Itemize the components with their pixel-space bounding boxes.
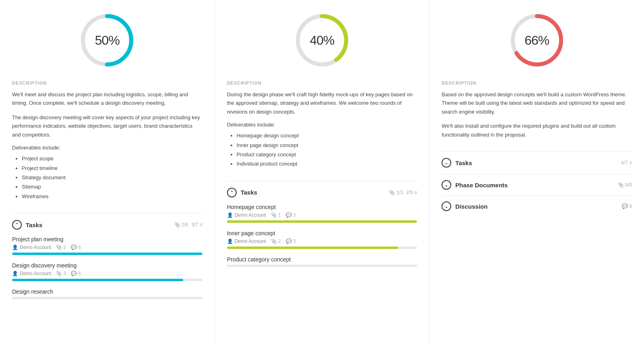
tasks-meta-attach-2: 📎 1/3: [389, 190, 403, 195]
chart-container-3: 66%: [442, 8, 632, 73]
person-icon: 👤: [227, 238, 233, 244]
deliverables-list-1: Project scopeProject timelineStrategy do…: [12, 154, 202, 201]
task-comments-2-2: 💬 3: [286, 238, 296, 244]
progress-bar-bg-2-1: [227, 220, 417, 223]
collapsible-left-3-2: ⌄Discussion: [442, 201, 487, 211]
task-comments-1-1: 💬 6: [71, 245, 81, 250]
description-para-1-2: The design discovery meeting will cover …: [12, 113, 202, 139]
tasks-meta-attach-1: 📎 2/6: [174, 222, 188, 228]
collapsible-meta-3-2: 💬 9: [622, 203, 632, 209]
table-row: Homepage concept👤 Demo Account📎 1💬 3: [227, 204, 417, 223]
collapsible-title-3-1: Phase Documents: [455, 182, 508, 189]
task-attachments-1-2: 📎 3: [56, 271, 66, 276]
description-para-3-2: We'll also install and configure the req…: [442, 122, 632, 139]
deliverables-list-2: Homepage design conceptInner page design…: [227, 131, 417, 169]
person-icon: 👤: [12, 271, 18, 276]
tasks-title-2: Tasks: [241, 189, 257, 196]
tasks-meta-1: 📎 2/63/7 ≡: [174, 222, 202, 228]
progress-bar-fill-1-1: [12, 253, 202, 255]
task-name-1-1[interactable]: Project plan meeting: [12, 236, 202, 243]
progress-bar-bg-1-3: [12, 297, 202, 299]
tasks-title-3: Tasks: [455, 160, 472, 166]
list-item: Product category concept: [237, 150, 417, 159]
description-para-2-1: During the design phase we'll craft high…: [227, 90, 417, 116]
tasks-header-3: ⌄Tasks4/7 ≡: [442, 158, 632, 168]
task-assignee-1-2: 👤 Demo Account: [12, 271, 51, 276]
task-attachments-1-1: 📎 2: [56, 245, 66, 250]
table-row: Project plan meeting👤 Demo Account📎 2💬 6: [12, 236, 202, 255]
task-assignee-2-2: 👤 Demo Account: [227, 238, 266, 244]
collapsible-toggle-3-2[interactable]: ⌄: [442, 201, 451, 211]
description-para-3-1: Based on the approved design concepts we…: [442, 90, 632, 116]
collapsible-title-3-2: Discussion: [455, 203, 487, 210]
chart-container-1: 50%: [12, 8, 202, 73]
list-item: Strategy document: [22, 173, 202, 182]
task-name-1-2[interactable]: Design discovery meeting: [12, 262, 202, 269]
percent-label-1: 50%: [95, 33, 120, 48]
deliverables-label-1: Deliverables include:: [12, 145, 202, 151]
task-comments-1-2: 💬 6: [71, 271, 81, 276]
tasks-header-1: ⌃Tasks📎 2/63/7 ≡: [12, 220, 202, 230]
list-item: Homepage design concept: [237, 131, 417, 140]
progress-bar-fill-2-2: [227, 247, 398, 249]
tasks-toggle-1[interactable]: ⌃: [12, 220, 22, 230]
progress-bar-bg-1-2: [12, 279, 202, 281]
tasks-header-left-1: ⌃Tasks: [12, 220, 42, 230]
percent-label-3: 66%: [524, 33, 549, 48]
list-item: Individual product concept: [237, 159, 417, 168]
description-label-1: DESCRIPTION: [12, 81, 202, 85]
progress-bar-fill-1-2: [12, 279, 183, 281]
tasks-section-1: ⌃Tasks📎 2/63/7 ≡Project plan meeting👤 De…: [12, 213, 202, 299]
tasks-header-left-3: ⌄Tasks: [442, 158, 472, 168]
collapsible-section-3-2[interactable]: ⌄Discussion💬 9: [442, 195, 632, 217]
progress-bar-bg-2-3: [227, 265, 417, 267]
task-comments-2-1: 💬 3: [286, 212, 296, 218]
columns-wrapper: 50%DESCRIPTIONWe'll meet and discuss the…: [0, 0, 644, 342]
progress-bar-bg-1-1: [12, 253, 202, 255]
tasks-toggle-3[interactable]: ⌄: [442, 158, 451, 168]
task-attachments-2-2: 📎 2: [271, 238, 281, 244]
person-icon: 👤: [227, 212, 233, 218]
table-row: Design discovery meeting👤 Demo Account📎 …: [12, 262, 202, 281]
percent-label-2: 40%: [310, 33, 334, 48]
description-para-1-1: We'll meet and discuss the project plan …: [12, 90, 202, 108]
table-row: Product category concept: [227, 256, 417, 267]
column-3: 66%DESCRIPTIONBased on the approved desi…: [429, 0, 644, 342]
task-assignee-2-1: 👤 Demo Account: [227, 212, 266, 218]
task-name-1-3[interactable]: Design research: [12, 288, 202, 295]
list-item: Inner page design concept: [237, 141, 417, 150]
task-info-1-1: 👤 Demo Account📎 2💬 6: [12, 245, 202, 250]
tasks-header-2: ⌃Tasks📎 1/32/5 ≡: [227, 188, 417, 197]
description-label-3: DESCRIPTION: [442, 81, 632, 85]
tasks-toggle-2[interactable]: ⌃: [227, 188, 237, 197]
deliverables-label-2: Deliverables include:: [227, 122, 417, 128]
collapsible-meta-3-1: 📎 0/0: [618, 182, 632, 188]
task-info-2-1: 👤 Demo Account📎 1💬 3: [227, 212, 417, 218]
task-name-2-2[interactable]: Inner page concept: [227, 230, 417, 236]
table-row: Inner page concept👤 Demo Account📎 2💬 3: [227, 230, 417, 249]
task-info-1-2: 👤 Demo Account📎 3💬 6: [12, 271, 202, 276]
collapsible-toggle-3-1[interactable]: ⌄: [442, 180, 451, 190]
tasks-meta-list-1: 3/7 ≡: [192, 222, 202, 228]
tasks-title-1: Tasks: [26, 222, 42, 228]
task-info-2-2: 👤 Demo Account📎 2💬 3: [227, 238, 417, 244]
tasks-header-left-2: ⌃Tasks: [227, 188, 257, 197]
chart-container-2: 40%: [227, 8, 417, 73]
column-1: 50%DESCRIPTIONWe'll meet and discuss the…: [0, 0, 215, 342]
description-label-2: DESCRIPTION: [227, 81, 417, 85]
task-name-2-1[interactable]: Homepage concept: [227, 204, 417, 210]
collapsible-left-3-1: ⌄Phase Documents: [442, 180, 508, 190]
collapsible-section-3-1[interactable]: ⌄Phase Documents📎 0/0: [442, 174, 632, 195]
list-item: Wireframes: [22, 192, 202, 201]
table-row: Design research: [12, 288, 202, 299]
tasks-section-3: ⌄Tasks4/7 ≡: [442, 151, 632, 168]
task-name-2-3[interactable]: Product category concept: [227, 256, 417, 263]
list-item: Sitemap: [22, 182, 202, 191]
tasks-meta-2: 📎 1/32/5 ≡: [389, 190, 417, 195]
progress-bar-bg-2-2: [227, 247, 417, 249]
task-attachments-2-1: 📎 1: [271, 212, 281, 218]
column-2: 40%DESCRIPTIONDuring the design phase we…: [215, 0, 430, 342]
tasks-section-2: ⌃Tasks📎 1/32/5 ≡Homepage concept👤 Demo A…: [227, 181, 417, 267]
tasks-meta-list-3: 4/7 ≡: [621, 160, 632, 166]
tasks-meta-3: 4/7 ≡: [621, 160, 632, 166]
